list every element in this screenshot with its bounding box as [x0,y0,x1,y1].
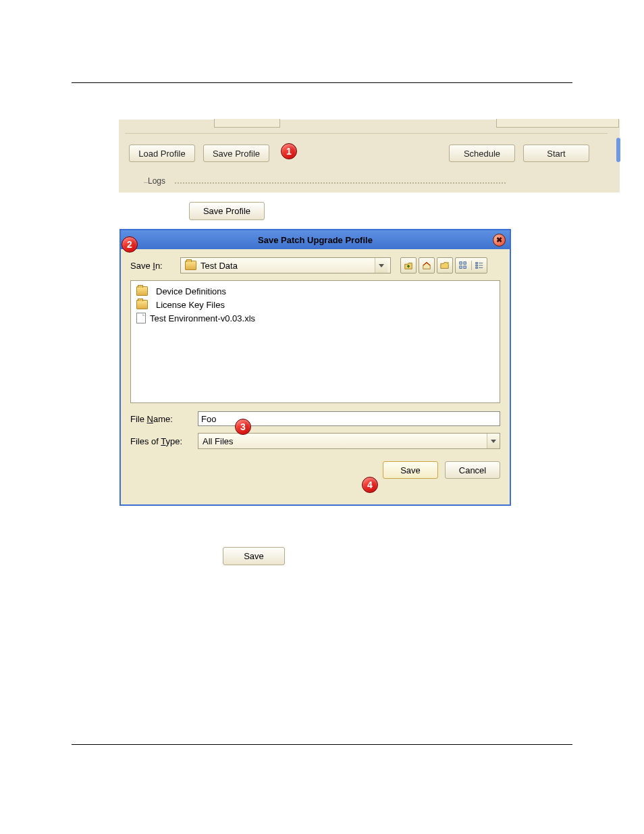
dialog-titlebar: Save Patch Upgrade Profile ✖ [121,230,510,249]
toolbar-iconbar [400,257,487,273]
file-name-label: File Name: [130,414,198,424]
chevron-down-icon[interactable] [487,434,500,448]
home-icon[interactable] [419,257,435,273]
file-name-value: Foo [201,414,216,424]
file-type-combo[interactable]: All Files [198,433,500,449]
file-list-item[interactable]: Test Environment-v0.03.xls [136,312,494,324]
callout-1-text: 1 [286,146,292,157]
callout-3: 3 [235,419,251,435]
header-rule [72,82,572,83]
callout-4: 4 [362,477,378,493]
details-view-icon[interactable] [472,261,487,270]
save-in-combo[interactable]: Test Data [180,257,391,273]
save-button[interactable]: Save [383,461,438,479]
logs-divider-left [144,182,148,183]
svg-rect-2 [460,266,462,269]
callout-1: 1 [281,143,297,159]
file-type-row: Files of Type: All Files [130,433,500,449]
svg-rect-7 [476,267,478,269]
up-folder-icon[interactable] [400,257,417,273]
file-list-pane[interactable]: Device Definitions License Key Files Tes… [130,280,500,403]
toolbar-tab-fragment-left [214,119,280,128]
file-name-row: File Name: Foo [130,411,500,426]
cancel-button[interactable]: Cancel [445,461,500,479]
save-profile-label: Save Profile [213,149,260,159]
logs-label: Logs [148,176,165,186]
view-mode-toggle[interactable] [455,257,487,273]
save-profile-button[interactable]: Save Profile [203,145,269,162]
folder-icon [136,286,148,296]
callout-2: 2 [122,236,138,253]
svg-rect-6 [476,265,478,266]
save-in-label: Save In: [130,261,176,271]
file-name: Test Environment-v0.03.xls [150,313,255,323]
folder-icon [136,300,148,309]
svg-rect-5 [476,263,478,264]
callout-4-text: 4 [367,479,373,490]
toolbar-tab-fragment-right [496,119,619,128]
toolbar-divider [125,133,608,134]
file-name: Device Definitions [156,286,226,296]
save-button-inline-label: Save [244,551,264,561]
save-button-inline[interactable]: Save [223,547,285,565]
logs-divider-dotted [175,182,506,184]
load-profile-button[interactable]: Load Profile [129,145,195,162]
start-button[interactable]: Start [523,145,589,162]
svg-rect-1 [460,262,462,265]
schedule-label: Schedule [464,149,500,159]
callout-2-text: 2 [127,239,132,250]
footer-rule [72,744,572,745]
scrollbar-fragment[interactable] [616,138,620,162]
save-profile-inline-button[interactable]: Save Profile [189,202,265,220]
save-in-row: Save In: Test Data [130,257,500,273]
file-list-item[interactable]: Device Definitions [136,285,494,297]
folder-icon [185,261,196,270]
cancel-button-label: Cancel [459,465,486,475]
schedule-button[interactable]: Schedule [449,145,515,162]
file-type-label: Files of Type: [130,436,198,446]
save-dialog: Save Patch Upgrade Profile ✖ Save In: Te… [119,229,511,506]
list-view-icon[interactable] [456,261,472,270]
load-profile-label: Load Profile [138,149,185,159]
close-icon[interactable]: ✖ [493,234,506,246]
close-glyph: ✖ [496,236,502,244]
page: Load Profile Save Profile Schedule Start… [0,0,644,834]
file-type-value: All Files [203,436,487,446]
document-icon [136,313,146,323]
dialog-title: Save Patch Upgrade Profile [258,235,373,245]
chevron-down-icon[interactable] [375,258,387,273]
start-label: Start [547,149,565,159]
save-button-label: Save [400,465,421,475]
file-list-item[interactable]: License Key Files [136,298,494,311]
dialog-buttons: Save Cancel [130,461,500,479]
dialog-body: Save In: Test Data [121,249,510,486]
save-in-value: Test Data [200,261,375,271]
svg-rect-3 [464,262,466,265]
svg-rect-4 [464,266,466,269]
profile-toolbar-figure: Load Profile Save Profile Schedule Start… [118,119,620,193]
file-name: License Key Files [156,300,225,310]
callout-3-text: 3 [240,421,246,432]
new-folder-icon[interactable] [437,257,453,273]
save-profile-inline-label: Save Profile [203,206,250,216]
